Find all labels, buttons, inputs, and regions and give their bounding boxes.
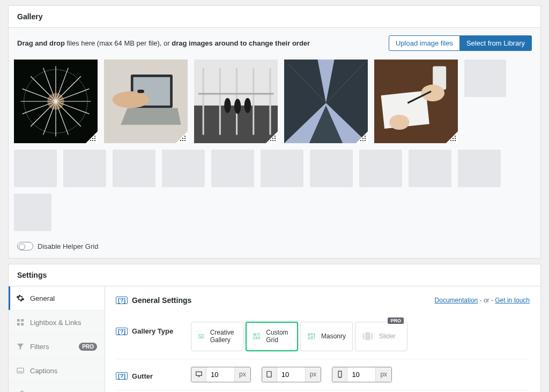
resize-handle-icon[interactable] xyxy=(446,131,458,143)
svg-rect-44 xyxy=(253,68,254,135)
svg-rect-64 xyxy=(362,138,363,139)
svg-rect-25 xyxy=(90,140,91,141)
gallery-placeholder[interactable] xyxy=(464,60,506,97)
gallery-placeholder[interactable] xyxy=(211,150,254,187)
svg-rect-104 xyxy=(308,333,310,337)
svg-rect-98 xyxy=(253,334,256,336)
drop-instructions: Drag and drop files here (max 64 MB per … xyxy=(17,39,310,47)
svg-rect-94 xyxy=(202,334,204,336)
svg-rect-77 xyxy=(452,138,454,139)
svg-marker-63 xyxy=(356,131,368,143)
gallery-thumbnail[interactable] xyxy=(284,60,368,143)
svg-rect-95 xyxy=(198,336,199,338)
svg-rect-84 xyxy=(21,319,24,322)
tab-captions[interactable]: Captions xyxy=(9,359,105,383)
type-masonry[interactable]: Masonry xyxy=(300,322,353,351)
svg-point-47 xyxy=(234,99,241,114)
gallery-thumbnail[interactable] xyxy=(14,60,98,143)
settings-tabs: General Lightbox & Links Filters PRO Cap… xyxy=(9,286,105,392)
pro-badge: PRO xyxy=(79,343,97,351)
svg-marker-29 xyxy=(121,108,181,124)
gallery-title: Gallery xyxy=(17,12,42,21)
help-icon[interactable]: [?] xyxy=(116,297,128,304)
svg-rect-42 xyxy=(219,68,221,135)
upload-image-files-button[interactable]: Upload image files xyxy=(389,35,460,51)
resize-handle-icon[interactable] xyxy=(266,131,278,143)
svg-point-30 xyxy=(113,91,150,108)
settings-header: Settings xyxy=(9,264,540,286)
help-icon[interactable]: [?] xyxy=(116,328,128,335)
gallery-thumbnail[interactable] xyxy=(194,60,278,143)
gear-icon xyxy=(16,294,25,302)
gallery-placeholder[interactable] xyxy=(14,150,57,187)
svg-rect-111 xyxy=(365,332,370,341)
svg-point-118 xyxy=(339,376,340,377)
disable-helper-grid-toggle[interactable] xyxy=(17,242,33,250)
thumbnail-grid[interactable] xyxy=(14,56,535,234)
tab-filters[interactable]: Filters PRO xyxy=(9,335,105,359)
resize-handle-icon[interactable] xyxy=(86,131,98,143)
svg-rect-86 xyxy=(21,323,24,326)
svg-rect-66 xyxy=(362,140,363,141)
gallery-placeholder[interactable] xyxy=(14,194,51,231)
phone-icon xyxy=(332,367,347,382)
type-slider[interactable]: PRO Slider xyxy=(355,322,407,351)
gutter-desktop: px xyxy=(191,367,251,382)
svg-rect-96 xyxy=(200,336,202,338)
type-custom-grid[interactable]: Custom Grid xyxy=(246,322,298,351)
select-from-library-button[interactable]: Select from Library xyxy=(460,35,532,51)
gallery-placeholder[interactable] xyxy=(261,150,303,187)
svg-rect-65 xyxy=(365,138,366,139)
gallery-thumbnail[interactable] xyxy=(374,60,458,143)
svg-rect-24 xyxy=(94,136,95,137)
svg-rect-83 xyxy=(17,319,20,322)
svg-point-73 xyxy=(421,85,444,101)
gallery-placeholder[interactable] xyxy=(63,150,106,187)
svg-rect-80 xyxy=(455,140,456,141)
svg-rect-110 xyxy=(363,334,365,339)
settings-title: Settings xyxy=(17,271,47,279)
documentation-link[interactable]: Documentation xyxy=(435,297,478,304)
gallery-placeholder[interactable] xyxy=(359,150,402,187)
gallery-toolbar: Drag and drop files here (max 64 MB per … xyxy=(14,28,535,56)
dandelion-image xyxy=(14,60,98,143)
help-icon[interactable]: [?] xyxy=(116,372,128,380)
resize-handle-icon[interactable] xyxy=(356,131,368,143)
tab-social[interactable]: Social xyxy=(9,383,105,392)
grid-icon xyxy=(16,318,25,327)
gallery-placeholder[interactable] xyxy=(409,150,451,187)
svg-rect-67 xyxy=(365,140,366,141)
svg-marker-32 xyxy=(176,131,188,143)
svg-marker-19 xyxy=(86,131,98,143)
gallery-header: Gallery xyxy=(9,6,540,28)
get-in-touch-link[interactable]: Get in touch xyxy=(495,297,530,304)
gallery-placeholder[interactable] xyxy=(162,150,205,187)
svg-rect-69 xyxy=(360,140,361,141)
gallery-thumbnail[interactable] xyxy=(104,60,188,143)
svg-rect-92 xyxy=(198,334,200,336)
gutter-desktop-input[interactable] xyxy=(206,367,234,382)
custom-grid-icon xyxy=(253,330,261,342)
resize-handle-icon[interactable] xyxy=(176,131,188,143)
settings-panel: Settings General Lightbox & Links Filter… xyxy=(8,264,541,392)
settings-layout: General Lightbox & Links Filters PRO Cap… xyxy=(9,286,540,392)
gutter-phone-input[interactable] xyxy=(347,367,375,382)
svg-rect-56 xyxy=(270,140,271,141)
gallery-placeholder[interactable] xyxy=(310,150,353,187)
svg-rect-106 xyxy=(314,333,315,338)
svg-rect-45 xyxy=(269,68,271,135)
tab-general[interactable]: General xyxy=(9,286,105,310)
svg-rect-23 xyxy=(94,140,95,141)
section-title: General Settings xyxy=(132,296,191,305)
funnel-icon xyxy=(16,342,25,351)
type-creative-gallery[interactable]: Creative Gallery xyxy=(191,322,243,351)
tab-lightbox-links[interactable]: Lightbox & Links xyxy=(9,310,105,335)
svg-rect-54 xyxy=(274,140,276,141)
gutter-tablet-input[interactable] xyxy=(277,367,305,382)
gallery-placeholder[interactable] xyxy=(113,150,155,187)
svg-rect-78 xyxy=(455,138,456,139)
gallery-placeholder[interactable] xyxy=(458,150,501,187)
upload-buttons: Upload image files Select from Library xyxy=(389,35,532,51)
desktop-icon xyxy=(191,367,206,382)
row-gallery-type: [?]Gallery Type Creative Gallery Custom … xyxy=(116,314,530,359)
